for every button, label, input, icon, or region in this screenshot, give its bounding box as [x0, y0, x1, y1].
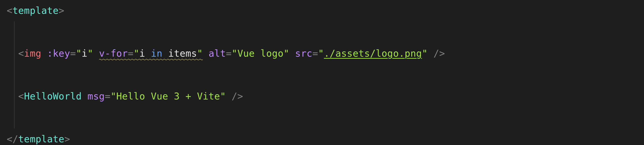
attr-alt: alt — [209, 49, 226, 58]
var-i: i — [82, 49, 88, 58]
space — [203, 49, 209, 58]
quote: " — [134, 48, 139, 59]
quote: " — [318, 49, 324, 58]
space — [41, 49, 47, 58]
keyword-in: in — [145, 48, 168, 59]
attr-msg: msg — [88, 92, 105, 101]
attr-vfor: v-for — [99, 48, 128, 59]
code-line-blank[interactable] — [0, 107, 644, 129]
punct-eq: = — [70, 49, 76, 58]
punct-selfclose: /> — [226, 92, 243, 101]
punct-open: < — [18, 49, 24, 58]
punct-open: < — [18, 92, 24, 101]
punct-open: </ — [7, 135, 18, 144]
indent — [7, 92, 18, 101]
quote: " — [422, 49, 428, 58]
tag-helloworld: HelloWorld — [24, 92, 82, 101]
attr-key: :key — [47, 49, 70, 58]
punct-eq: = — [128, 48, 134, 59]
tag-template: template — [18, 135, 64, 144]
punct-selfclose: /> — [428, 49, 445, 58]
indent — [7, 49, 18, 58]
string-msg: "Hello Vue 3 + Vite" — [110, 92, 226, 101]
code-line-blank[interactable] — [0, 64, 644, 86]
space — [93, 49, 99, 58]
tag-img: img — [24, 49, 41, 58]
punct-open: < — [7, 6, 12, 15]
code-line[interactable]: </template> — [0, 129, 644, 145]
string-alt: "Vue logo" — [232, 49, 289, 58]
code-line[interactable]: <template> — [0, 0, 644, 21]
punct-close: > — [64, 135, 70, 144]
tag-template: template — [12, 6, 58, 15]
code-line-blank[interactable] — [0, 21, 644, 43]
code-line[interactable]: <img :key="i" v-for="i in items" alt="Vu… — [0, 43, 644, 64]
space — [289, 49, 295, 58]
code-editor[interactable]: <template> <img :key="i" v-for="i in ite… — [0, 0, 644, 145]
attr-src: src — [295, 49, 312, 58]
punct-eq: = — [226, 49, 232, 58]
punct-close: > — [58, 6, 64, 15]
string-src-path-link[interactable]: ./assets/logo.png — [324, 49, 422, 58]
quote: " — [197, 48, 203, 59]
punct-eq: = — [105, 92, 110, 101]
punct-eq: = — [312, 49, 318, 58]
lint-warning-squiggle: v-for="i in items" — [99, 49, 203, 58]
quote: " — [76, 49, 82, 58]
quote: " — [88, 49, 93, 58]
space — [82, 92, 88, 101]
code-line[interactable]: <HelloWorld msg="Hello Vue 3 + Vite" /> — [0, 86, 644, 107]
var-i: i — [139, 48, 145, 59]
var-items: items — [168, 48, 197, 59]
